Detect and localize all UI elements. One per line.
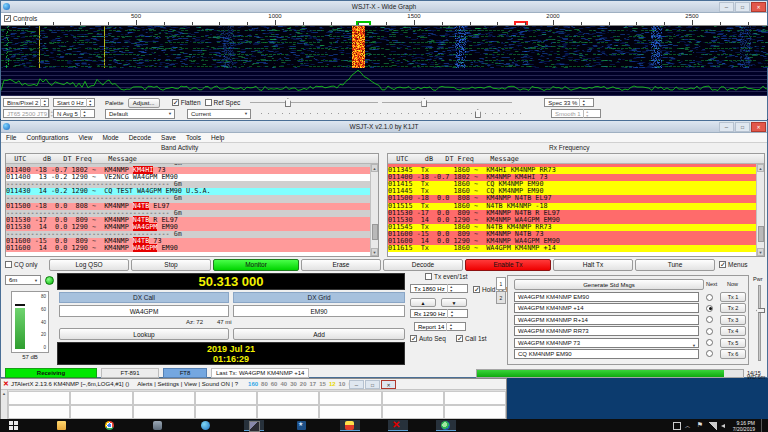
menu-file[interactable]: File	[1, 134, 21, 141]
tx-message-field-4[interactable]: WA4GPM KM4NMP RR73	[514, 326, 699, 336]
callsign-cell[interactable]	[195, 405, 257, 419]
pwr-slider-handle[interactable]	[756, 308, 765, 313]
waterfall-canvas[interactable]	[1, 26, 768, 68]
now-button-tx6[interactable]: Tx 6	[720, 349, 746, 359]
close-icon[interactable]	[381, 380, 396, 389]
minimize-icon[interactable]	[719, 122, 734, 132]
next-radio-tx4[interactable]	[706, 328, 713, 335]
main-titlebar[interactable]: WSJT-X v2.1.0 by K1JT	[1, 121, 767, 133]
decode-row[interactable]: 011600 14 0.0 1290 ~ KM4NMP WA4GPM EM90	[6, 245, 371, 252]
volume-icon[interactable]	[721, 422, 729, 430]
spinner-arrows-icon[interactable]	[40, 98, 48, 107]
scroll-down-icon[interactable]: ▼	[757, 248, 764, 256]
bins-pixel-spinner[interactable]: Bins/Pixel 2	[3, 98, 49, 107]
tx-down-button[interactable]: ▼	[441, 298, 467, 307]
jtalert-scroll-arrow[interactable]: ▲	[1, 390, 8, 420]
close-icon[interactable]	[751, 2, 766, 12]
callsign-cell[interactable]	[444, 405, 506, 419]
callsign-cell[interactable]	[382, 405, 444, 419]
show-desktop-button[interactable]	[761, 419, 764, 432]
network-icon[interactable]	[709, 422, 717, 430]
tx-message-field-3[interactable]: WA4GPM KM4NMP R+14	[514, 315, 699, 325]
ref-spec-checkbox[interactable]: Ref Spec	[205, 99, 241, 106]
jtalert-person-icon[interactable]	[340, 420, 360, 431]
tx-message-field-2[interactable]: WA4GPM KM4NMP +14	[514, 303, 699, 313]
generate-std-msgs-button[interactable]: Generate Std Msgs	[514, 279, 704, 290]
decode-button[interactable]: Decode	[383, 259, 463, 271]
edge-icon[interactable]	[196, 420, 216, 431]
report-spinner[interactable]: Report 14	[414, 322, 466, 331]
start-hz-spinner[interactable]: Start 0 Hz	[53, 98, 95, 107]
spinner-arrows-icon[interactable]	[446, 322, 454, 331]
tab-2[interactable]: 2	[496, 291, 506, 304]
cq-only-checkbox[interactable]: CQ only	[5, 261, 47, 268]
callsign-cell[interactable]	[382, 391, 444, 405]
tx-message-field-5[interactable]: WA4GPM KM4NMP 73	[514, 338, 699, 348]
callsign-cell[interactable]	[319, 405, 381, 419]
callsign-cell[interactable]	[8, 391, 70, 405]
wsjtx-globe-icon[interactable]	[436, 420, 456, 431]
menu-help[interactable]: Help	[206, 134, 229, 141]
minimize-icon[interactable]	[719, 2, 734, 12]
spec-source-combo[interactable]: Current	[187, 109, 251, 119]
callsign-cell[interactable]	[133, 405, 195, 419]
scroll-down-icon[interactable]: ▼	[371, 248, 378, 256]
scroll-thumb[interactable]	[758, 226, 764, 242]
next-radio-tx3[interactable]	[706, 316, 713, 323]
controls-checkbox[interactable]: Controls	[4, 15, 37, 22]
callsign-cell[interactable]	[257, 405, 319, 419]
tune-button[interactable]: Tune	[635, 259, 715, 271]
avg-slider[interactable]	[261, 109, 525, 118]
callsign-cell[interactable]	[444, 391, 506, 405]
jtalert-menu[interactable]: Alerts | Settings | View | Sound ON | ?	[137, 381, 238, 387]
flag-icon[interactable]	[697, 422, 705, 430]
erase-button[interactable]: Erase	[301, 259, 381, 271]
tx-even-checkbox[interactable]: Tx even/1st	[425, 273, 468, 280]
now-button-tx5[interactable]: Tx 5	[720, 338, 746, 348]
now-button-tx4[interactable]: Tx 4	[720, 326, 746, 336]
frequency-ruler[interactable]: Controls 5001000150020002500	[1, 13, 767, 26]
close-icon[interactable]	[751, 122, 766, 132]
zero-slider[interactable]	[382, 98, 512, 107]
callsign-cell[interactable]	[133, 391, 195, 405]
scroll-thumb[interactable]	[372, 224, 378, 240]
spectrum-plot[interactable]	[1, 68, 767, 96]
callsign-cell[interactable]	[8, 405, 70, 419]
tx-message-field-1[interactable]: WA4GPM KM4NMP EM90	[514, 292, 699, 302]
star-app-icon[interactable]	[292, 420, 312, 431]
taskbar-clock[interactable]: 9:16 PM 7/20/2019	[733, 420, 755, 432]
callsign-cell[interactable]	[70, 391, 132, 405]
auto-seq-checkbox[interactable]: Auto Seq	[410, 335, 446, 342]
halt-tx-button[interactable]: Halt Tx	[553, 259, 633, 271]
spinner-arrows-icon[interactable]	[447, 284, 455, 293]
tx-message-field-6[interactable]: CQ KM4NMP EM90	[514, 349, 699, 359]
next-radio-tx6[interactable]	[706, 350, 713, 357]
menu-decode[interactable]: Decode	[124, 134, 156, 141]
n-avg-spinner[interactable]: N Avg 5	[53, 109, 95, 118]
add-button[interactable]: Add	[233, 328, 405, 340]
maximize-icon[interactable]	[735, 122, 750, 132]
lookup-button[interactable]: Lookup	[59, 328, 229, 340]
spinner-arrows-icon[interactable]	[80, 109, 88, 118]
maximize-icon[interactable]	[365, 380, 380, 389]
next-radio-tx5[interactable]	[706, 339, 713, 346]
now-button-tx3[interactable]: Tx 3	[720, 315, 746, 325]
minim)ize-icon[interactable]	[349, 380, 364, 389]
pwr-slider[interactable]	[758, 285, 761, 361]
gain-slider[interactable]	[250, 98, 378, 107]
tx-up-button[interactable]: ▲	[410, 298, 436, 307]
menu-view[interactable]: View	[73, 134, 97, 141]
monitor-button[interactable]: Monitor	[213, 259, 299, 271]
tx-freq-spinner[interactable]: Tx 1860 Hz	[410, 284, 468, 293]
now-button-tx2[interactable]: Tx 2	[720, 303, 746, 313]
call-1st-checkbox[interactable]: Call 1st	[456, 335, 487, 342]
spinner-arrows-icon[interactable]	[579, 98, 587, 107]
app-gray-icon[interactable]	[148, 420, 168, 431]
callsign-cell[interactable]	[319, 391, 381, 405]
menus-checkbox[interactable]: Menus	[719, 261, 748, 268]
menu-tools[interactable]: Tools	[181, 134, 206, 141]
enable-tx-button[interactable]: Enable Tx	[465, 259, 551, 271]
scroll-up-icon[interactable]: ▲	[371, 164, 378, 172]
tab-1[interactable]: 1	[496, 277, 506, 290]
keyboard-icon[interactable]	[673, 422, 681, 430]
